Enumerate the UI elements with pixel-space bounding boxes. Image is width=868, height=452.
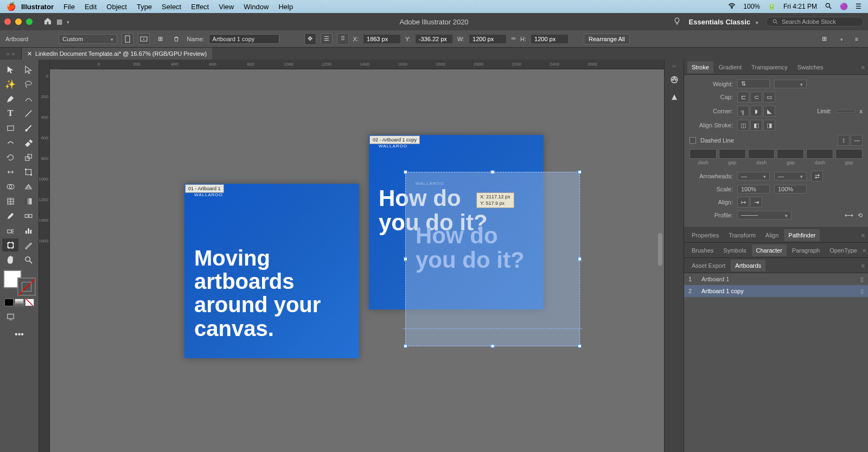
opentype-tab[interactable]: OpenType [825, 244, 861, 256]
resize-handle-se[interactable] [578, 344, 582, 348]
shape-builder-tool[interactable] [2, 180, 18, 193]
new-artboard-button[interactable]: ⊞ [154, 33, 166, 45]
reference-point-selector[interactable]: ⠿ [337, 33, 349, 45]
app-menu[interactable]: Illustrator [21, 3, 54, 11]
move-with-artboard-toggle[interactable]: ✥ [304, 33, 316, 45]
pen-tool[interactable] [2, 92, 18, 105]
transform-tab[interactable]: Transform [724, 229, 760, 241]
arrow-align-tip[interactable]: ↦ [737, 197, 749, 208]
panel-group-4-menu-icon[interactable]: ≡ [861, 262, 865, 269]
symbols-tab[interactable]: Symbols [719, 244, 750, 256]
delete-artboard-button[interactable] [170, 33, 182, 45]
edit-toolbar-button[interactable] [20, 310, 36, 323]
document-tab[interactable]: ✕ LinkedIn Document Template.ai* @ 16.67… [22, 48, 212, 60]
resize-handle-ne[interactable] [578, 170, 582, 174]
menu-file[interactable]: File [63, 3, 75, 11]
x-position-field[interactable]: 1863 px [363, 34, 401, 44]
menu-object[interactable]: Object [106, 3, 127, 11]
align-stroke-center[interactable]: ◫ [737, 120, 749, 131]
width-tool[interactable] [2, 165, 18, 178]
panel-menu-icon[interactable]: ≡ [861, 64, 865, 70]
dash-field-1[interactable] [690, 149, 717, 159]
gap-field-1[interactable] [719, 149, 746, 159]
paintbrush-tool[interactable] [20, 121, 36, 134]
resize-handle-w[interactable] [404, 257, 407, 261]
color-panel-icon[interactable] [669, 74, 680, 87]
arrowhead-start-dropdown[interactable]: — [737, 172, 770, 180]
constrain-proportions-icon[interactable]: ⚮ [511, 35, 516, 42]
corner-bevel-button[interactable]: ◣ [763, 106, 775, 117]
dock-collapse-icon[interactable]: ›› [672, 63, 676, 69]
resize-handle-e[interactable] [578, 257, 582, 261]
blend-tool[interactable] [20, 209, 36, 222]
canvas[interactable]: 0 200 400 600 800 1000 1200 1400 1600 18… [50, 60, 664, 452]
none-mode-button[interactable] [25, 299, 34, 306]
gradient-tool[interactable] [20, 195, 36, 208]
workspace-switcher[interactable]: Essentials Classic [689, 18, 758, 26]
gradient-mode-button[interactable] [15, 299, 24, 306]
color-guide-panel-icon[interactable] [669, 93, 680, 106]
siri-icon[interactable]: 🟣 [840, 3, 848, 10]
zoom-tool[interactable] [20, 253, 36, 266]
dash-field-3[interactable] [806, 149, 833, 159]
artboard-list-row-1[interactable]: 1 Artboard 1 ▯ [684, 273, 868, 285]
width-field[interactable]: 1200 px [469, 34, 507, 44]
gap-field-2[interactable] [777, 149, 804, 159]
control-center-icon[interactable]: ☰ [856, 3, 861, 10]
swatches-tab[interactable]: Swatches [793, 61, 828, 73]
brushes-tab[interactable]: Brushes [687, 244, 718, 256]
type-tool[interactable]: T [2, 107, 18, 120]
window-close-button[interactable] [4, 18, 11, 25]
align-to-button[interactable]: ⊞ [818, 33, 830, 45]
resize-handle-nw[interactable] [404, 170, 407, 174]
resize-handle-n[interactable] [491, 170, 495, 174]
shaper-tool[interactable] [2, 136, 18, 149]
stroke-weight-dropdown[interactable] [774, 80, 807, 88]
apple-menu-icon[interactable]: 🍎 [7, 2, 16, 11]
transparency-tab[interactable]: Transparency [747, 61, 792, 73]
profile-flip-horizontal-icon[interactable]: ⟷ [845, 212, 853, 219]
column-graph-tool[interactable] [20, 224, 36, 237]
artboard-tool[interactable] [2, 238, 18, 251]
cap-butt-button[interactable]: ⊏ [737, 92, 749, 102]
stroke-tab[interactable]: Stroke [687, 61, 713, 73]
help-lightbulb-icon[interactable] [673, 17, 681, 27]
rotate-tool[interactable] [2, 151, 18, 164]
window-minimize-button[interactable] [15, 18, 22, 25]
dash-align-corners[interactable]: ⟞ [851, 135, 863, 146]
corner-miter-button[interactable]: ╗ [737, 106, 749, 117]
height-field[interactable]: 1200 px [531, 34, 569, 44]
more-tools-button[interactable]: ••• [2, 328, 36, 341]
magic-wand-tool[interactable]: ✨ [2, 78, 18, 91]
miter-limit-field[interactable] [836, 110, 856, 112]
curvature-tool[interactable] [20, 92, 36, 105]
arrow-scale-start[interactable]: 100% [737, 185, 770, 193]
selection-tool[interactable] [2, 63, 18, 76]
cap-projecting-button[interactable]: ▭ [763, 92, 775, 102]
direct-selection-tool[interactable] [20, 63, 36, 76]
gradient-tab[interactable]: Gradient [714, 61, 746, 73]
search-adobe-stock[interactable]: Search Adobe Stock [766, 17, 864, 27]
menu-window[interactable]: Window [244, 3, 269, 11]
panel-group-2-menu-icon[interactable]: ≡ [861, 232, 865, 238]
menu-edit[interactable]: Edit [85, 3, 97, 11]
eyedropper-tool[interactable] [2, 209, 18, 222]
battery-icon[interactable]: 🔋 [768, 3, 776, 10]
arrow-align-path[interactable]: ⇥ [750, 197, 762, 208]
menu-type[interactable]: Type [137, 3, 152, 11]
dash-field-2[interactable] [748, 149, 775, 159]
line-segment-tool[interactable] [20, 107, 36, 120]
slice-tool[interactable] [20, 238, 36, 251]
artboard-orientation-icon[interactable]: ▯ [860, 276, 864, 283]
paragraph-tab[interactable]: Paragraph [788, 244, 824, 256]
orientation-landscape-button[interactable] [138, 33, 150, 45]
wifi-icon[interactable] [728, 2, 736, 11]
home-icon[interactable] [43, 17, 52, 27]
tab-scroll-arrows[interactable]: ‹‹ ›› [0, 48, 22, 60]
dashed-line-checkbox[interactable] [690, 137, 696, 144]
artboard-name-field[interactable]: Artboard 1 copy [209, 34, 279, 44]
fill-stroke-swatches[interactable] [3, 270, 36, 296]
hand-tool[interactable] [2, 253, 18, 266]
tab-close-icon[interactable]: ✕ [27, 50, 32, 57]
artboard-list-row-2[interactable]: 2 Artboard 1 copy ▯ [684, 285, 868, 297]
